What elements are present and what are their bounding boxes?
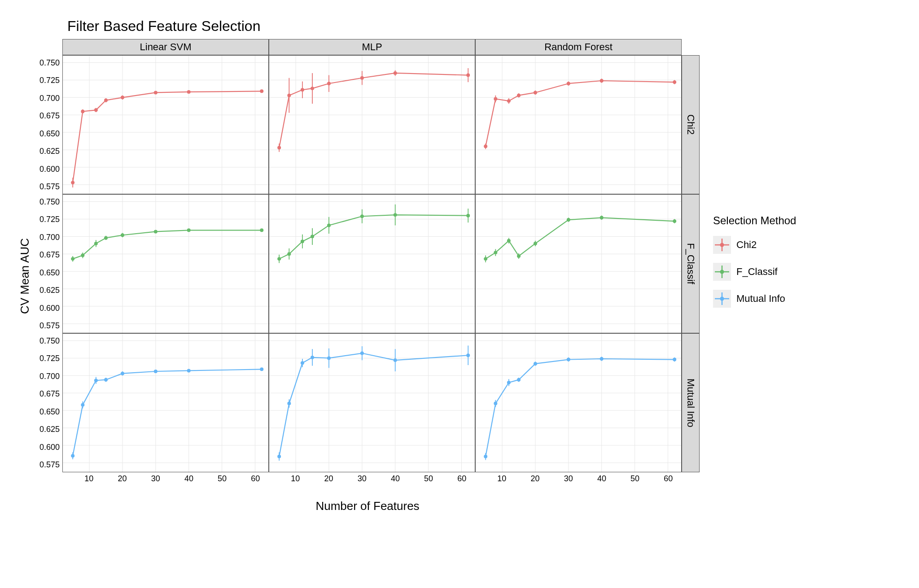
x-tick-label: 20 — [324, 474, 333, 483]
x-tick-label: 30 — [564, 474, 573, 483]
legend-item: Mutual Info — [713, 290, 796, 308]
y-tick-label: 0.575 — [39, 322, 60, 330]
svg-point-233 — [327, 356, 331, 360]
y-tick-label: 0.575 — [39, 461, 60, 469]
legend-swatch — [713, 236, 731, 254]
facet-col-label: Random Forest — [544, 41, 613, 53]
x-tick-label: 40 — [391, 474, 400, 483]
y-tick-label: 0.750 — [39, 59, 60, 67]
y-tick-label: 0.725 — [39, 215, 60, 223]
svg-point-209 — [260, 367, 263, 371]
y-tick-label: 0.675 — [39, 251, 60, 259]
facet-panel — [475, 333, 682, 472]
svg-point-263 — [534, 362, 537, 366]
x-ticks: 102030405060 — [475, 472, 682, 486]
svg-point-83 — [534, 91, 537, 94]
svg-point-29 — [260, 89, 263, 93]
svg-point-199 — [94, 379, 98, 382]
svg-point-57 — [394, 71, 397, 75]
legend-swatch — [713, 263, 731, 281]
svg-point-167 — [494, 251, 497, 254]
y-ticks: 0.7500.7250.7000.6750.6500.6250.6000.575 — [35, 55, 62, 194]
svg-point-231 — [311, 356, 314, 359]
svg-point-17 — [81, 109, 84, 113]
facet-row-strip: Chi2 — [682, 55, 700, 194]
x-tick-label: 30 — [151, 474, 160, 483]
facet-grid: Linear SVMMLPRandom Forest0.7500.7250.70… — [35, 39, 700, 486]
facet-col-strip: Linear SVM — [62, 39, 269, 55]
facet-row-strip: F_Classif — [682, 194, 700, 333]
svg-point-27 — [187, 90, 191, 94]
x-tick-label: 50 — [630, 474, 639, 483]
x-tick-label: 50 — [424, 474, 433, 483]
legend-title: Selection Method — [713, 214, 796, 227]
legend-swatch — [713, 290, 731, 308]
svg-point-49 — [301, 88, 304, 91]
x-tick-label: 20 — [118, 474, 127, 483]
facet-panel — [62, 55, 269, 194]
svg-point-15 — [71, 181, 74, 184]
y-tick-label: 0.725 — [39, 76, 60, 84]
svg-point-141 — [311, 235, 314, 238]
legend-label: Mutual Info — [736, 293, 785, 305]
svg-point-175 — [567, 218, 570, 222]
facet-col-strip: Random Forest — [475, 39, 682, 55]
facet-panel — [269, 333, 475, 472]
svg-point-149 — [466, 214, 470, 218]
facet-col-strip: MLP — [269, 39, 475, 55]
y-tick-label: 0.575 — [39, 183, 60, 191]
svg-point-267 — [600, 357, 604, 361]
svg-point-177 — [600, 216, 604, 219]
svg-point-55 — [360, 76, 364, 80]
svg-point-77 — [494, 97, 497, 100]
svg-point-225 — [277, 455, 281, 458]
legend-item: F_Classif — [713, 263, 796, 281]
y-tick-label: 0.650 — [39, 408, 60, 416]
y-tick-label: 0.650 — [39, 269, 60, 277]
svg-point-203 — [121, 372, 124, 375]
y-tick-label: 0.625 — [39, 147, 60, 155]
y-tick-label: 0.700 — [39, 233, 60, 241]
y-tick-label: 0.625 — [39, 286, 60, 294]
legend-item: Chi2 — [713, 236, 796, 254]
x-tick-label: 40 — [597, 474, 606, 483]
x-axis-label: Number of Features — [35, 499, 700, 513]
svg-point-51 — [311, 87, 314, 90]
x-ticks: 102030405060 — [62, 472, 269, 486]
x-tick-label: 60 — [251, 474, 260, 483]
svg-point-265 — [567, 358, 570, 362]
y-tick-label: 0.725 — [39, 354, 60, 362]
svg-point-113 — [121, 233, 124, 237]
facet-panel — [475, 55, 682, 194]
svg-point-272 — [720, 243, 724, 247]
facet-row-label: F_Classif — [685, 243, 696, 284]
svg-point-21 — [104, 99, 108, 102]
facet-row-strip: Mutual Info — [682, 333, 700, 472]
svg-point-45 — [277, 146, 281, 149]
facet-panel — [269, 55, 475, 194]
svg-point-179 — [673, 219, 676, 223]
svg-point-135 — [277, 257, 281, 261]
svg-point-207 — [187, 369, 191, 372]
svg-point-75 — [484, 144, 487, 148]
svg-point-227 — [287, 402, 291, 405]
svg-point-25 — [154, 91, 158, 94]
svg-point-59 — [466, 74, 470, 77]
svg-point-147 — [394, 213, 397, 217]
plot-area: Filter Based Feature Selection CV Mean A… — [18, 18, 700, 513]
svg-point-107 — [81, 253, 84, 257]
y-tick-label: 0.700 — [39, 94, 60, 102]
x-tick-label: 10 — [84, 474, 93, 483]
svg-point-143 — [327, 223, 331, 227]
svg-point-53 — [327, 82, 331, 85]
facet-col-label: MLP — [362, 41, 382, 53]
svg-point-173 — [534, 242, 537, 245]
legend: Selection Method Chi2 F_Classif Mutual I… — [713, 214, 796, 317]
svg-point-195 — [71, 454, 74, 457]
svg-point-79 — [507, 99, 511, 103]
svg-point-87 — [600, 79, 604, 83]
legend-label: F_Classif — [736, 266, 778, 278]
svg-point-111 — [104, 236, 108, 240]
y-tick-label: 0.650 — [39, 130, 60, 138]
svg-point-275 — [720, 270, 724, 274]
